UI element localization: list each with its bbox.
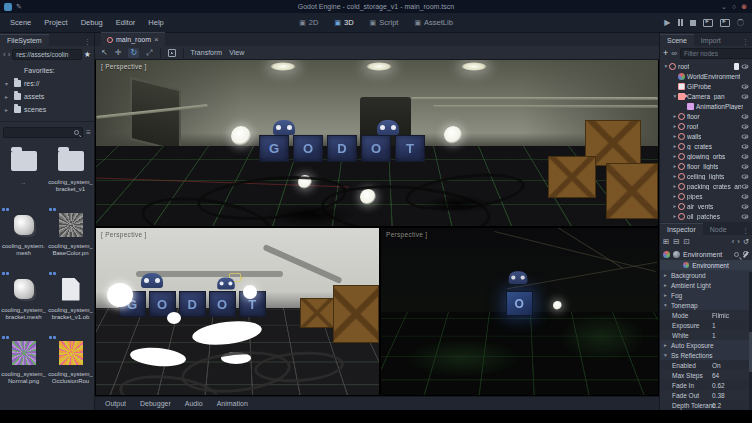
property-row[interactable]: Fade In ✓ 0.62 [660,380,752,390]
file-item[interactable]: cooling_system_bracket_v1.ob [47,272,94,336]
workspace-button[interactable]: ▣ AssetLib [414,18,452,27]
scene-node-row[interactable]: AnimationPlayer [660,101,752,111]
bottom-panel-button[interactable]: Output [105,400,126,407]
scale-tool-icon[interactable]: ⤢ [146,48,152,58]
filesystem-tree-row[interactable]: ▾ res:// [0,77,94,90]
visibility-eye-icon[interactable] [742,194,749,198]
view-menu[interactable]: View [229,49,244,56]
scene-node-row[interactable]: ▾ root [660,61,752,71]
file-item[interactable]: cooling_system_OcclusionRou [47,336,94,400]
visibility-eye-icon[interactable] [742,174,749,178]
tab-filesystem[interactable]: FileSystem [0,34,49,46]
list-view-toggle-icon[interactable]: ≡ [86,128,91,137]
property-row[interactable]: ▸ Ambient Light ✓ [660,280,752,290]
bottom-panel-button[interactable]: Audio [185,400,203,407]
tools-wrench-icon[interactable] [742,251,749,258]
history-forward-icon[interactable]: › [737,237,740,246]
visibility-eye-icon[interactable] [742,154,749,158]
fold-arrow-icon[interactable]: ▾ [664,302,669,308]
property-value[interactable]: 0.62 [712,382,725,389]
scene-node-row[interactable]: ▸ pipes [660,191,752,201]
search-input[interactable] [3,127,83,138]
property-row[interactable]: ▸ Background ✓ [660,270,752,280]
visibility-eye-icon[interactable] [742,144,749,148]
select-tool-icon[interactable]: ↖ [101,48,108,58]
history-back-icon[interactable]: ‹ [732,237,735,246]
dock-options-icon[interactable]: ⋮ [742,38,752,46]
file-item[interactable]: cooling_system_Normal.png [0,336,47,400]
local-space-toggle-icon[interactable] [168,49,176,57]
tab-node[interactable]: Node [703,224,734,235]
transform-menu[interactable]: Transform [191,49,223,56]
file-item[interactable]: cooling_system_BaseColor.pn [47,208,94,272]
search-properties-icon[interactable] [734,252,739,257]
property-row[interactable]: ▸ Auto Exposure ✓ [660,340,752,350]
filesystem-tree-row[interactable]: Favorites: [0,64,94,77]
scene-node-row[interactable]: ▸ oil_patches [660,211,752,221]
property-row[interactable]: ▾ Ss Reflections ✓ [660,350,752,360]
history-icon[interactable]: ↺ [743,237,749,246]
property-row[interactable]: White ✓ 1 [660,330,752,340]
move-tool-icon[interactable]: ✛ [115,48,122,58]
property-row[interactable]: Exposure ✓ 1 [660,320,752,330]
property-value[interactable]: Filmic [712,312,729,319]
property-value[interactable]: On [712,362,721,369]
workspace-button[interactable]: ▣ 2D [299,18,318,27]
nav-forward-button[interactable]: › [8,50,11,59]
visibility-eye-icon[interactable] [742,84,749,88]
script-icon[interactable] [734,63,739,70]
scene-node-row[interactable]: ▸ walls [660,131,752,141]
visibility-eye-icon[interactable] [742,114,749,118]
workspace-button[interactable]: ▣ 3D [334,18,353,27]
visibility-eye-icon[interactable] [742,94,749,98]
tree-arrow-icon[interactable]: ▾ [5,80,11,87]
visibility-eye-icon[interactable] [742,204,749,208]
property-row[interactable]: Fade Out ✓ 0.38 [660,390,752,400]
property-row[interactable]: ▸ Fog ✓ [660,290,752,300]
nav-back-button[interactable]: ‹ [3,50,6,59]
tab-inspector[interactable]: Inspector [660,223,703,235]
add-node-button[interactable]: + [663,49,668,58]
fold-arrow-icon[interactable]: ▸ [664,292,669,298]
property-row[interactable]: Depth Toleranc ✓ 0.2 [660,400,752,410]
property-row[interactable]: Mode ✓ Filmic [660,310,752,320]
scene-node-row[interactable]: ▸ packing_crates_and_ [660,181,752,191]
tree-arrow-icon[interactable]: ▸ [5,93,11,100]
scene-node-row[interactable]: ▸ floor [660,111,752,121]
tab-import[interactable]: Import [694,35,728,46]
play-scene-button[interactable] [703,19,713,27]
file-item[interactable]: cooling_system_bracket.mesh [0,272,47,336]
instance-scene-icon[interactable]: ∞ [671,49,677,58]
fold-arrow-icon[interactable]: ▾ [664,352,669,358]
file-item[interactable]: cooling_system.mesh [0,208,47,272]
scene-node-row[interactable]: ▸ glowing_orbs [660,151,752,161]
bottom-panel-button[interactable]: Debugger [140,400,171,407]
file-item[interactable]: .. [0,144,47,208]
bottom-panel-button[interactable]: Animation [217,400,248,407]
save-resource-icon[interactable]: ⊡ [684,237,690,246]
rotate-tool-icon[interactable]: ↻ [128,48,139,58]
edited-resource-row[interactable]: Environment [660,248,752,260]
favorite-star-icon[interactable]: ★ [84,50,91,59]
property-value[interactable]: 64 [712,372,719,379]
file-item[interactable]: cooling_system_bracket_v1 [47,144,94,208]
dock-options-icon[interactable]: ⋮ [742,227,752,235]
property-value[interactable]: 0.38 [712,392,725,399]
viewport-dark[interactable]: Perspective ] O [381,228,658,395]
filesystem-tree-row[interactable]: ▸ scenes [0,103,94,116]
tree-arrow-icon[interactable]: ▸ [5,106,11,113]
visibility-eye-icon[interactable] [742,124,749,128]
new-resource-icon[interactable]: ⊞ [663,237,669,246]
fold-arrow-icon[interactable]: ▸ [664,342,669,348]
property-value[interactable]: 0.2 [712,402,721,409]
property-value[interactable]: 1 [712,322,716,329]
scene-node-row[interactable]: GIProbe [660,81,752,91]
workspace-button[interactable]: ▣ Script [370,18,399,27]
tab-scene[interactable]: Scene [660,34,694,46]
close-tab-icon[interactable]: × [154,35,159,44]
scene-node-row[interactable]: WorldEnvironment [660,71,752,81]
path-field[interactable]: res://assets/coolin [12,49,81,60]
scene-node-row[interactable]: ▸ floor_lights [660,161,752,171]
filter-nodes-input[interactable] [680,48,752,59]
tab-main-room[interactable]: main_room × [101,32,165,46]
